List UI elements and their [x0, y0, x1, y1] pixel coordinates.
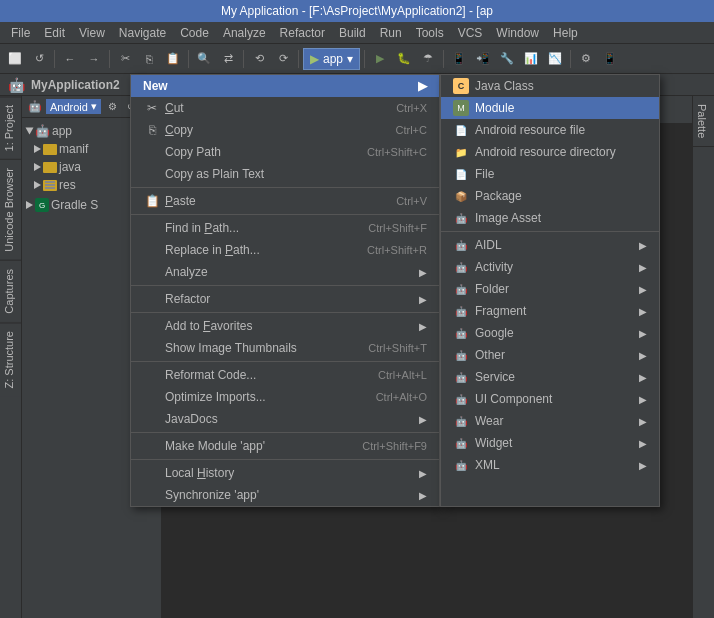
- submenu-fragment-label: Fragment: [475, 304, 633, 318]
- toolbar-bar2[interactable]: 📉: [544, 48, 566, 70]
- toolbar-phone[interactable]: 📱: [599, 48, 621, 70]
- submenu-image-asset[interactable]: 🤖 Image Asset: [441, 207, 659, 229]
- gradle-icon: G: [35, 198, 49, 212]
- ctx-optimize-shortcut: Ctrl+Alt+O: [376, 391, 427, 403]
- ctx-make-module[interactable]: Make Module 'app' Ctrl+Shift+F9: [131, 435, 439, 457]
- toolbar-btn-forward[interactable]: →: [83, 48, 105, 70]
- submenu-ui-component[interactable]: 🤖 UI Component ▶: [441, 388, 659, 410]
- menu-window[interactable]: Window: [489, 24, 546, 42]
- menu-view[interactable]: View: [72, 24, 112, 42]
- ctx-refactor[interactable]: Refactor ▶: [131, 288, 439, 310]
- ctx-find-path[interactable]: Find in Path... Ctrl+Shift+F: [131, 217, 439, 239]
- menu-build[interactable]: Build: [332, 24, 373, 42]
- submenu-android-res-file-label: Android resource file: [475, 123, 647, 137]
- menu-tools[interactable]: Tools: [409, 24, 451, 42]
- toolbar-btn-2[interactable]: ↺: [28, 48, 50, 70]
- submenu-file[interactable]: 📄 File: [441, 163, 659, 185]
- toolbar-btn-replace[interactable]: ⇄: [217, 48, 239, 70]
- ctx-local-history[interactable]: Local History ▶: [131, 462, 439, 484]
- toolbar-btn-cut[interactable]: ✂: [114, 48, 136, 70]
- toolbar-btn-back[interactable]: ←: [59, 48, 81, 70]
- menu-help[interactable]: Help: [546, 24, 585, 42]
- ctx-synchronize[interactable]: Synchronize 'app' ▶: [131, 484, 439, 506]
- ctx-javadocs[interactable]: JavaDocs ▶: [131, 408, 439, 430]
- menu-edit[interactable]: Edit: [37, 24, 72, 42]
- toolbar-run-config[interactable]: ▶ app ▾: [303, 48, 360, 70]
- toolbar-btn-redo[interactable]: ⟳: [272, 48, 294, 70]
- toolbar-btn-copy[interactable]: ⎘: [138, 48, 160, 70]
- toolbar-bar1[interactable]: 📊: [520, 48, 542, 70]
- menu-vcs[interactable]: VCS: [451, 24, 490, 42]
- vtab-project[interactable]: 1: Project: [0, 96, 21, 159]
- submenu-xml[interactable]: 🤖 XML ▶: [441, 454, 659, 476]
- android-dropdown[interactable]: Android ▾: [46, 99, 101, 114]
- submenu-folder[interactable]: 🤖 Folder ▶: [441, 278, 659, 300]
- ctx-paste[interactable]: 📋 Paste Ctrl+V: [131, 190, 439, 212]
- toolbar-sdk-btn[interactable]: 📱: [448, 48, 470, 70]
- submenu-aidl[interactable]: 🤖 AIDL ▶: [441, 234, 659, 256]
- arrow-manif: [34, 145, 41, 153]
- toolbar-avd-btn[interactable]: 📲: [472, 48, 494, 70]
- ctx-copy-plain[interactable]: Copy as Plain Text: [131, 163, 439, 185]
- ctx-favorites-arrow: ▶: [419, 321, 427, 332]
- submenu-service-label: Service: [475, 370, 633, 384]
- toolbar-btn-1[interactable]: ⬜: [4, 48, 26, 70]
- fragment-icon: 🤖: [453, 303, 469, 319]
- ctx-copy[interactable]: ⎘ Copy Ctrl+C: [131, 119, 439, 141]
- ctx-reformat[interactable]: Reformat Code... Ctrl+Alt+L: [131, 364, 439, 386]
- menu-file[interactable]: File: [4, 24, 37, 42]
- menu-code[interactable]: Code: [173, 24, 216, 42]
- toolbar-sep-6: [364, 50, 365, 68]
- ctx-analyze[interactable]: Analyze ▶: [131, 261, 439, 283]
- panel-settings-btn[interactable]: ⚙: [105, 99, 121, 115]
- widget-icon: 🤖: [453, 435, 469, 451]
- ctx-replace-path[interactable]: Replace in Path... Ctrl+Shift+R: [131, 239, 439, 261]
- toolbar-btn-undo[interactable]: ⟲: [248, 48, 270, 70]
- submenu-android-res-dir[interactable]: 📁 Android resource directory: [441, 141, 659, 163]
- toolbar-settings[interactable]: ⚙: [575, 48, 597, 70]
- toolbar-btn-search[interactable]: 🔍: [193, 48, 215, 70]
- vtab-unicode[interactable]: Unicode Browser: [0, 159, 21, 260]
- menu-navigate[interactable]: Navigate: [112, 24, 173, 42]
- submenu-wear[interactable]: 🤖 Wear ▶: [441, 410, 659, 432]
- submenu-other[interactable]: 🤖 Other ▶: [441, 344, 659, 366]
- android-icon-app: 🤖: [35, 124, 50, 138]
- submenu-package[interactable]: 📦 Package: [441, 185, 659, 207]
- menu-refactor[interactable]: Refactor: [273, 24, 332, 42]
- ctx-new-header[interactable]: New ▶: [131, 75, 439, 97]
- menu-run[interactable]: Run: [373, 24, 409, 42]
- vtab-structure[interactable]: Z: Structure: [0, 322, 21, 396]
- toolbar-sep-1: [54, 50, 55, 68]
- ctx-add-favorites[interactable]: Add to Favorites ▶: [131, 315, 439, 337]
- submenu-module[interactable]: M Module: [441, 97, 659, 119]
- ctx-optimize[interactable]: Optimize Imports... Ctrl+Alt+O: [131, 386, 439, 408]
- ctx-copy-path[interactable]: Copy Path Ctrl+Shift+C: [131, 141, 439, 163]
- package-icon: 📦: [453, 188, 469, 204]
- submenu-ui-component-arrow: ▶: [639, 394, 647, 405]
- toolbar-debug-btn[interactable]: 🐛: [393, 48, 415, 70]
- ctx-refactor-label: Refactor: [165, 292, 411, 306]
- ctx-cut[interactable]: ✂ Cut Ctrl+X: [131, 97, 439, 119]
- toolbar-run-btn[interactable]: ▶: [369, 48, 391, 70]
- ctx-paste-shortcut: Ctrl+V: [396, 195, 427, 207]
- ctx-paste-label: Paste: [165, 194, 392, 208]
- ctx-show-thumbnails[interactable]: Show Image Thumbnails Ctrl+Shift+T: [131, 337, 439, 359]
- submenu-google[interactable]: 🤖 Google ▶: [441, 322, 659, 344]
- submenu-service[interactable]: 🤖 Service ▶: [441, 366, 659, 388]
- xml-icon: 🤖: [453, 457, 469, 473]
- submenu-fragment[interactable]: 🤖 Fragment ▶: [441, 300, 659, 322]
- submenu-image-asset-label: Image Asset: [475, 211, 647, 225]
- menu-analyze[interactable]: Analyze: [216, 24, 273, 42]
- vtab-captures[interactable]: Captures: [0, 260, 21, 322]
- ctx-copy-path-label: Copy Path: [165, 145, 363, 159]
- submenu-android-res-file[interactable]: 📄 Android resource file: [441, 119, 659, 141]
- toolbar-btn-paste[interactable]: 📋: [162, 48, 184, 70]
- toolbar-lint-btn[interactable]: 🔧: [496, 48, 518, 70]
- right-vtab-palette[interactable]: Palette: [693, 96, 714, 147]
- title-text: My Application - [F:\AsProject\MyApplica…: [221, 4, 493, 18]
- toolbar-coverage-btn[interactable]: ☂: [417, 48, 439, 70]
- submenu-java-class[interactable]: C Java Class: [441, 75, 659, 97]
- submenu-widget[interactable]: 🤖 Widget ▶: [441, 432, 659, 454]
- ctx-local-history-label: Local History: [165, 466, 411, 480]
- submenu-activity[interactable]: 🤖 Activity ▶: [441, 256, 659, 278]
